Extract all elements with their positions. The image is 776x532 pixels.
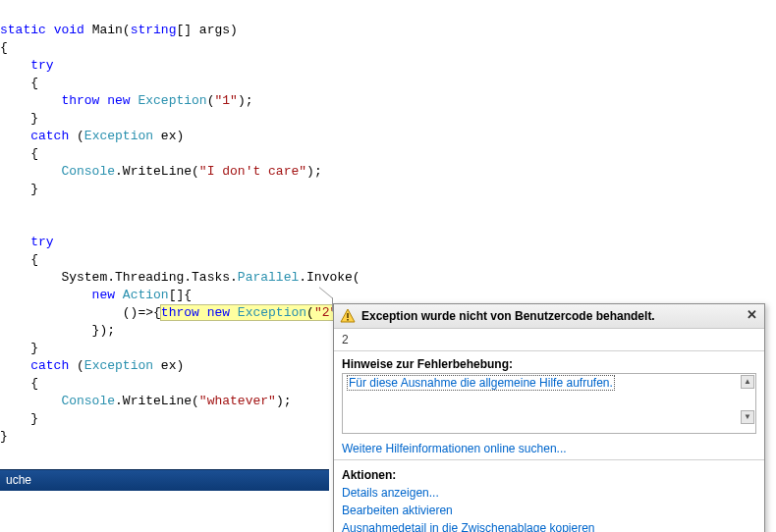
close-button[interactable]: ✕ (745, 309, 758, 323)
code-line: ()=>{throw new Exception("2");}, (0, 305, 368, 320)
code-line: } (0, 182, 38, 196)
code-line: System.Threading.Tasks.Parallel.Invoke( (0, 270, 360, 285)
svg-rect-2 (347, 319, 349, 321)
hints-box: Für diese Ausnahme die allgemeine Hilfe … (342, 373, 756, 434)
code-line: { (0, 376, 38, 391)
hints-header: Hinweise zur Fehlerbehebung: (334, 351, 764, 373)
status-bar: uche (0, 469, 329, 491)
action-edit-link[interactable]: Bearbeiten aktivieren (334, 502, 764, 519)
warning-icon (340, 308, 356, 324)
code-line: catch (Exception ex) (0, 358, 184, 373)
code-line: } (0, 429, 8, 444)
scroll-up-button[interactable]: ▲ (741, 375, 754, 389)
code-line: Console.WriteLine("I don't care"); (0, 164, 322, 179)
popup-header: Exception wurde nicht von Benutzercode b… (334, 304, 764, 329)
code-line: catch (Exception ex) (0, 129, 184, 143)
divider (334, 459, 764, 460)
status-text: uche (6, 473, 31, 487)
code-line: }); (0, 323, 115, 338)
general-help-link[interactable]: Für diese Ausnahme die allgemeine Hilfe … (347, 375, 615, 391)
exception-message: 2 (334, 329, 764, 351)
code-line: { (0, 40, 8, 55)
code-line: try (0, 235, 54, 249)
scroll-down-button[interactable]: ▼ (741, 410, 754, 424)
code-line: throw new Exception("1"); (0, 93, 252, 108)
actions-header: Aktionen: (334, 462, 764, 484)
popup-title: Exception wurde nicht von Benutzercode b… (361, 309, 739, 323)
action-details-link[interactable]: Details anzeigen... (334, 484, 764, 502)
code-line: } (0, 341, 38, 355)
code-line: } (0, 411, 38, 426)
code-line: static void Main(string[] args) (0, 23, 238, 37)
code-line: } (0, 111, 38, 126)
code-line: try (0, 58, 54, 73)
code-line: { (0, 76, 38, 90)
code-line: { (0, 146, 38, 161)
code-line: new Action[]{ (0, 288, 192, 302)
exception-highlight: throw new Exception("2"); (160, 304, 354, 321)
action-copy-link[interactable]: Ausnahmedetail in die Zwischenablage kop… (334, 519, 764, 532)
more-info-link[interactable]: Weitere Hilfeinformationen online suchen… (334, 440, 764, 457)
code-line: { (0, 252, 38, 267)
svg-rect-1 (347, 313, 349, 318)
code-line: Console.WriteLine("whatever"); (0, 394, 291, 408)
exception-popup: Exception wurde nicht von Benutzercode b… (333, 303, 765, 532)
